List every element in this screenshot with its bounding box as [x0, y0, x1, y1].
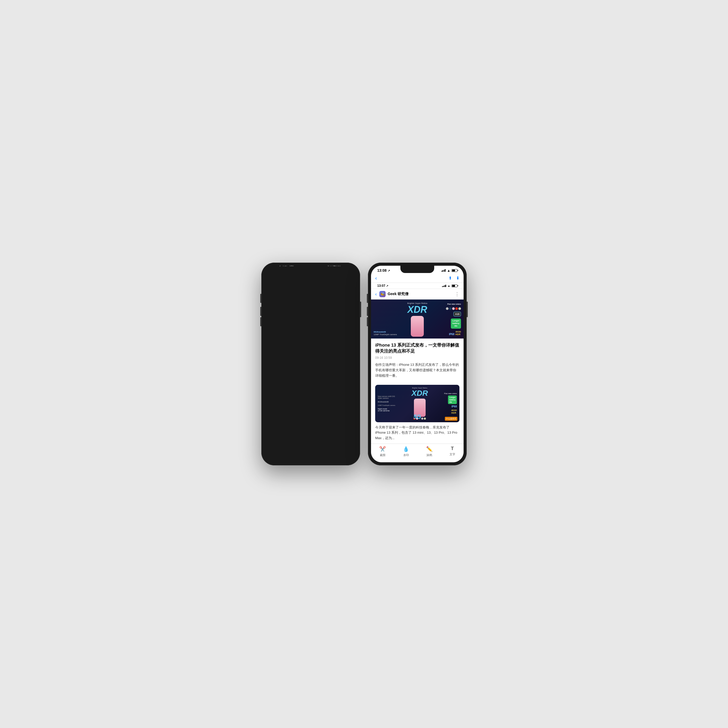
banner-left: llllUltrawidellll 12MP TrueDepth camera: [374, 302, 402, 337]
color-dot-silver: [446, 307, 448, 310]
banner2-battery-badge: Longerbatterylife: [448, 395, 457, 404]
second-promo-banner: New sensor-shift OISWide camera llllUltr…: [375, 385, 459, 422]
right-screen: 13:08 ↗ ▲: [371, 266, 463, 462]
a15-badge: A15: [453, 312, 461, 317]
browser-toolbar: ‹ ⬆ ⬇: [371, 274, 463, 283]
signal-icon: [442, 269, 446, 272]
draw-icon: ✏️: [426, 446, 433, 452]
right-phone-screen: 13:08 ↗ ▲: [371, 266, 463, 462]
watermark-label: 水印: [403, 453, 409, 457]
inner-battery-fill: [452, 285, 455, 287]
article-body: 今天终于迎来了一年一度的科技春晚，库克发布了 iPhone 13 系列，包含了 …: [371, 425, 463, 444]
banner2-zhide-label: 什么值得买: [445, 417, 457, 421]
bottom-toolbar: ✂️ 裁剪 💧 水印 ✏️ 涂鸦 T 文字: [371, 444, 463, 462]
browser-action-buttons: ⬆ ⬇: [448, 275, 459, 281]
banner2-cam-label: 12MP TrueDepth camera: [378, 405, 395, 406]
main-container: 您屏幕上包括通知在内的所有内容，均将被录制。启用"勿扰模式"以避免意外通知。 屏…: [261, 263, 467, 465]
ip68-label: IP68: [449, 333, 454, 336]
site-favicon: 🐝: [379, 291, 385, 297]
inner-wifi-icon: ▲: [447, 284, 450, 287]
share-icon[interactable]: ⬆: [448, 275, 452, 281]
direction-icon: ↗: [388, 269, 390, 272]
banner2-hdr: 4K60HDR: [451, 409, 457, 414]
battery-fill: [452, 270, 455, 271]
banner2-xdr-text: XDR: [411, 389, 428, 398]
five-colors-label: Five new colors: [447, 303, 461, 305]
article-summary: 创作立场声明：iPhone 13 系列正式发布了，那么今年的手机有哪些重大革新，…: [375, 362, 459, 378]
banner2-right: Five new colors Longerbatterylife IP68 4…: [444, 393, 457, 414]
battery-icon: [452, 269, 457, 272]
inner-battery-icon: [452, 284, 457, 287]
text-icon: T: [451, 446, 454, 451]
status-icons: ▲: [442, 269, 457, 272]
article-date: 09-16 10:59: [375, 356, 459, 359]
more-options-button[interactable]: ⋮: [455, 291, 459, 297]
banner2-ip68: IP68: [451, 405, 457, 408]
banner2-5g-label: 5G: [413, 413, 421, 420]
address-back-button[interactable]: ‹: [375, 291, 377, 297]
draw-tool[interactable]: ✏️ 涂鸦: [426, 446, 433, 457]
banner2-night-label: Night modeon all cameras: [378, 408, 395, 411]
crop-icon: ✂️: [379, 446, 386, 452]
watermark-tool[interactable]: 💧 水印: [403, 446, 409, 457]
camera-label: 12MP TrueDepth camera: [374, 333, 402, 336]
draw-label: 涂鸦: [427, 453, 432, 457]
crop-label: 裁剪: [380, 453, 385, 457]
banner2-ultra-label: llllUltrawidellll: [378, 401, 395, 403]
second-banner-inner: New sensor-shift OISWide camera llllUltr…: [375, 385, 459, 422]
xdr-text: XDR: [407, 305, 427, 314]
download-icon[interactable]: ⬇: [456, 275, 459, 281]
text-tool[interactable]: T 文字: [450, 446, 455, 457]
phone-silhouette: [411, 316, 424, 337]
banner-center: Brighter Super Retina XDR: [403, 302, 431, 337]
inner-signal-icon: [442, 285, 447, 287]
left-notch: [294, 266, 327, 273]
specs-badges: IP68 4K60HDR: [449, 330, 461, 336]
banner2-sensor-label: New sensor-shift OISWide camera: [378, 395, 395, 399]
banner-right: Five new colors A15: [433, 302, 461, 337]
inner-status-bar: 13:07 ↗ ▲: [371, 283, 463, 289]
article-body-text: 今天终于迎来了一年一度的科技春晚，库克发布了 iPhone 13 系列，包含了 …: [375, 425, 459, 441]
inner-direction-icon: ↗: [386, 284, 388, 287]
site-name: Geek 研究僧: [388, 292, 408, 297]
hdr-label: 4K60HDR: [455, 330, 461, 336]
status-time: 13:08 ↗: [377, 268, 390, 272]
text-label: 文字: [450, 453, 455, 456]
color-dot-star: [458, 307, 461, 310]
color-dot-pink: [452, 307, 455, 310]
top-promo-banner: llllUltrawidellll 12MP TrueDepth camera …: [371, 300, 463, 338]
left-phone-frame: 您屏幕上包括通知在内的所有内容，均将被录制。启用"勿扰模式"以避免意外通知。 屏…: [261, 263, 360, 465]
article-section: iPhone 13 系列正式发布，一文带你详解值得关注的亮点和不足 09-16 …: [371, 338, 463, 382]
color-dot-red: [455, 307, 458, 310]
address-bar: ‹ 🐝 Geek 研究僧 ⋮: [371, 289, 463, 300]
browser-back-button[interactable]: ‹: [375, 275, 377, 281]
color-dot-blue: [449, 307, 452, 310]
inner-status-icons: ▲: [442, 284, 457, 287]
article-title: iPhone 13 系列正式发布，一文带你详解值得关注的亮点和不足: [375, 342, 459, 355]
content-area: llllUltrawidellll 12MP TrueDepth camera …: [371, 300, 463, 444]
color-dots: [446, 307, 461, 310]
ultrawide-label: llllUltrawidellll: [374, 331, 402, 333]
site-info: 🐝 Geek 研究僧: [379, 291, 452, 297]
banner2-five-label: Five new colors: [444, 393, 457, 395]
banner2-left: New sensor-shift OISWide camera llllUltr…: [378, 395, 395, 411]
crop-tool[interactable]: ✂️ 裁剪: [379, 446, 386, 457]
right-phone-frame: 13:08 ↗ ▲: [368, 263, 467, 465]
super-retina-label: Brighter Super Retina: [407, 302, 427, 304]
watermark-icon: 💧: [403, 446, 409, 452]
banner2-sr-label: Brighter Super Retina: [412, 387, 427, 389]
inner-status-time: 13:07 ↗: [377, 284, 388, 288]
wifi-icon: ▲: [447, 269, 450, 272]
longer-battery-badge: Longerbatterylife: [451, 318, 461, 329]
right-notch: [401, 266, 434, 273]
left-phone-screen: 您屏幕上包括通知在内的所有内容，均将被录制。启用"勿扰模式"以避免意外通知。 屏…: [265, 266, 357, 462]
